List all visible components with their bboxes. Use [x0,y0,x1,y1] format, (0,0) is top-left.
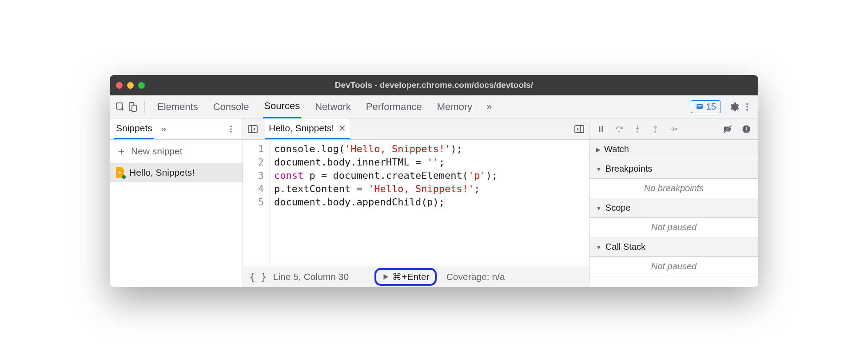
section-scope[interactable]: ▼Scope [589,198,758,218]
toggle-debugger-icon[interactable] [574,124,585,134]
svg-point-7 [230,126,231,127]
navigator-overflow-icon[interactable]: » [161,124,166,134]
navigator-tabstrip: Snippets » [110,118,243,140]
navigator-more-icon[interactable] [227,125,238,134]
code-editor[interactable]: 12345 console.log('Hello, Snippets!');do… [243,140,589,266]
run-shortcut-label: ⌘+Enter [392,272,429,282]
close-tab-icon[interactable]: ✕ [338,123,346,134]
snippet-name: Hello, Snippets! [129,167,195,178]
more-icon[interactable] [741,102,754,112]
panel-tab-elements[interactable]: Elements [156,96,199,118]
panel-tabs-overflow-icon[interactable]: » [486,101,492,113]
zoom-window-icon[interactable] [138,82,145,89]
triangle-down-icon: ▼ [596,244,602,251]
main-toolbar: ElementsConsoleSourcesNetworkPerformance… [110,95,758,118]
panel-tab-console[interactable]: Console [212,96,250,118]
devtools-window: DevTools - developer.chrome.com/docs/dev… [110,75,758,287]
coverage-status: Coverage: n/a [446,272,505,282]
section-breakpoints[interactable]: ▼Breakpoints [589,159,758,179]
editor-panel: Hello, Snippets! ✕ 12345 console.log('He… [243,118,589,287]
main-content: Snippets » ＋ New snippet Hello, Snippets… [110,118,758,287]
triangle-right-icon: ▶ [596,146,601,153]
run-snippet-button[interactable]: ⌘+Enter [374,268,436,286]
inspect-icon[interactable] [114,101,127,113]
panel-tab-performance[interactable]: Performance [365,96,423,118]
triangle-down-icon: ▼ [596,165,602,173]
traffic-lights [116,82,145,89]
modified-dot-icon [122,175,126,179]
section-body: No breakpoints [589,179,758,198]
snippet-file-icon [116,167,125,178]
editor-tab[interactable]: Hello, Snippets! ✕ [265,118,350,139]
svg-point-4 [746,103,748,105]
pretty-print-icon[interactable]: { } [249,271,267,282]
svg-rect-14 [599,126,600,132]
deactivate-breakpoints-icon[interactable] [723,124,733,134]
section-watch[interactable]: ▶Watch [589,140,758,159]
cursor-position: Line 5, Column 30 [273,272,349,282]
section-title: Watch [604,144,629,154]
svg-rect-10 [248,126,257,133]
svg-point-8 [230,128,231,130]
section-title: Breakpoints [605,164,653,174]
svg-point-6 [746,109,748,110]
svg-rect-23 [746,130,747,131]
device-toolbar-icon[interactable] [127,101,139,113]
debugger-toolbar [589,118,758,140]
new-snippet-label: New snippet [131,146,183,157]
settings-icon[interactable] [727,102,741,112]
editor-statusbar: { } Line 5, Column 30 ⌘+Enter Coverage: … [243,266,589,287]
step-over-icon[interactable] [614,124,624,134]
plus-icon: ＋ [116,144,127,158]
editor-tabstrip: Hello, Snippets! ✕ [243,118,589,140]
section-body: Not paused [589,218,758,237]
svg-point-18 [654,130,656,132]
navigator-sidebar: Snippets » ＋ New snippet Hello, Snippets… [110,118,243,287]
svg-point-5 [746,106,748,108]
pause-on-exceptions-icon[interactable] [741,124,751,134]
code-content[interactable]: console.log('Hello, Snippets!');document… [270,140,498,266]
window-title: DevTools - developer.chrome.com/docs/dev… [110,80,758,90]
section-title: Call Stack [605,242,645,252]
step-out-icon[interactable] [651,125,660,134]
window-titlebar: DevTools - developer.chrome.com/docs/dev… [110,75,758,95]
svg-rect-15 [602,126,603,132]
snippets-tab[interactable]: Snippets [114,118,154,139]
issues-badge[interactable]: 15 [691,100,721,113]
svg-rect-12 [575,126,584,133]
section-body: Not paused [589,257,758,276]
panel-tab-memory[interactable]: Memory [436,96,473,118]
close-window-icon[interactable] [116,82,123,89]
triangle-down-icon: ▼ [596,205,602,212]
svg-point-19 [675,128,677,130]
svg-point-16 [618,130,620,132]
svg-point-17 [637,130,638,132]
svg-point-9 [230,131,231,132]
issues-count: 15 [706,102,716,112]
toggle-navigator-icon[interactable] [247,124,258,134]
svg-rect-22 [746,127,747,130]
svg-rect-2 [132,105,136,111]
step-icon[interactable] [669,124,678,134]
debugger-sidebar: ▶Watch▼BreakpointsNo breakpoints▼ScopeNo… [589,118,758,287]
panel-tab-network[interactable]: Network [314,96,352,118]
minimize-window-icon[interactable] [127,82,134,89]
step-into-icon[interactable] [633,125,642,134]
section-title: Scope [605,203,631,213]
toolbar-separator [144,101,145,113]
editor-tab-title: Hello, Snippets! [269,123,334,134]
new-snippet-button[interactable]: ＋ New snippet [110,140,243,163]
snippet-list-item[interactable]: Hello, Snippets! [110,163,243,182]
line-gutter: 12345 [243,140,270,266]
panel-tabs: ElementsConsoleSourcesNetworkPerformance… [156,95,691,118]
section-call-stack[interactable]: ▼Call Stack [589,237,758,257]
pause-icon[interactable] [597,125,605,134]
panel-tab-sources[interactable]: Sources [263,95,301,118]
